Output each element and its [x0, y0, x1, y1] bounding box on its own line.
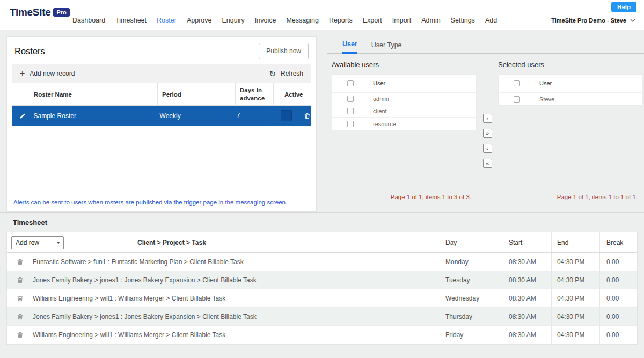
timesheet-row[interactable]: Jones Family Bakery > jones1 : Jones Bak… — [7, 308, 637, 326]
nav-item-dashboard[interactable]: Dashboard — [72, 17, 105, 24]
nav-item-messaging[interactable]: Messaging — [286, 17, 318, 24]
nav-item-add[interactable]: Add — [485, 17, 497, 24]
nav-item-approve[interactable]: Approve — [187, 17, 212, 24]
timesheet-end-cell: 04:30 PM — [551, 289, 599, 307]
tab-user[interactable]: User — [342, 40, 357, 54]
user-row[interactable]: resource — [332, 118, 476, 130]
trash-icon[interactable] — [17, 258, 24, 266]
user-assignment-panel: User User Type Available users User admi… — [327, 36, 644, 212]
timesheet-title: Timesheet — [13, 218, 644, 227]
logo-text: TimeSite — [10, 6, 50, 18]
available-users-block: Available users User adminclientresource… — [332, 54, 477, 212]
column-end: End — [551, 232, 599, 252]
move-all-right-button[interactable]: » — [483, 129, 492, 138]
active-checkbox[interactable] — [281, 110, 292, 121]
trash-icon[interactable] — [17, 313, 24, 320]
select-all-checkbox[interactable] — [514, 80, 520, 86]
roster-name-cell: Sample Roster — [33, 106, 156, 126]
timesheet-row[interactable]: Jones Family Bakery > jones1 : Jones Bak… — [7, 271, 637, 289]
timesheet-delete-cell — [7, 289, 33, 307]
nav-item-export[interactable]: Export — [363, 17, 382, 24]
user-checkbox[interactable] — [347, 121, 354, 127]
user-name: admin — [373, 96, 389, 102]
help-button[interactable]: Help — [611, 2, 636, 12]
move-left-button[interactable]: ‹ — [483, 144, 492, 153]
nav-item-import[interactable]: Import — [392, 17, 411, 24]
select-all-checkbox[interactable] — [347, 80, 354, 86]
user-row[interactable]: Steve — [499, 93, 642, 105]
user-menu-label: TimeSite Pro Demo - Steve — [551, 17, 626, 24]
timesheet-task-cell: Funtastic Software > fun1 : Funtastic Ma… — [33, 253, 440, 271]
nav-item-enquiry[interactable]: Enquiry — [222, 17, 244, 24]
available-users-title: Available users — [332, 61, 477, 69]
user-row[interactable]: client — [332, 105, 476, 118]
nav-item-reports[interactable]: Reports — [329, 17, 353, 24]
trash-icon[interactable] — [17, 276, 24, 284]
timesheet-end-cell: 04:30 PM — [551, 253, 599, 271]
available-users-pagination: Page 1 of 1, items 1 to 3 of 3. — [332, 194, 477, 200]
user-checkbox[interactable] — [347, 96, 354, 102]
refresh-button[interactable]: ↻ Refresh — [269, 70, 303, 78]
refresh-icon: ↻ — [269, 70, 276, 78]
timesheet-delete-cell — [7, 271, 33, 289]
trash-icon[interactable] — [304, 112, 311, 120]
logo-pro-badge: Pro — [53, 8, 69, 17]
column-user: User — [539, 80, 552, 86]
roster-period-cell: Weekly — [156, 106, 232, 126]
add-new-record-button[interactable]: + Add new record — [20, 69, 75, 78]
tab-user-type[interactable]: User Type — [371, 41, 402, 53]
user-checkbox[interactable] — [347, 108, 354, 114]
rosters-body: + Add new record ↻ Refresh Roster Name P… — [7, 64, 316, 211]
timesheet-end-cell: 04:30 PM — [551, 326, 599, 344]
move-all-left-button[interactable]: « — [483, 159, 492, 168]
roster-alert-note: Alerts can be sent to users when rosters… — [12, 196, 311, 211]
logo[interactable]: TimeSite Pro — [10, 6, 70, 18]
available-users-rows: adminclientresource — [332, 93, 476, 130]
timesheet-day-cell: Friday — [440, 326, 503, 344]
rosters-panel: Rosters Publish now + Add new record ↻ R… — [6, 36, 317, 212]
trash-icon[interactable] — [17, 295, 24, 302]
nav-item-timesheet[interactable]: Timesheet — [115, 17, 147, 24]
timesheet-start-cell: 08:30 AM — [503, 308, 551, 325]
timesheet-row[interactable]: Williams Engineering > will1 : Williams … — [7, 326, 637, 344]
available-users-table: User adminclientresource — [332, 74, 477, 130]
chevron-down-icon: ▾ — [57, 240, 60, 245]
transfer-buttons: ›»‹« — [477, 54, 498, 212]
edit-icon[interactable] — [19, 113, 26, 119]
timesheet-table: Add row ▾ Client > Project > Task Day St… — [6, 232, 638, 345]
timesheet-break-cell: 0.00 — [599, 308, 637, 325]
rosters-title: Rosters — [14, 46, 45, 56]
selected-users-pagination: Page 1 of 1, items 1 to 1 of 1. — [498, 194, 643, 200]
roster-table-body: Sample RosterWeekly7 — [12, 106, 311, 126]
timesheet-task-cell: Jones Family Bakery > jones1 : Jones Bak… — [33, 271, 440, 289]
column-start: Start — [503, 232, 551, 252]
nav-item-roster[interactable]: Roster — [157, 17, 177, 24]
nav-item-invoice[interactable]: Invoice — [255, 17, 276, 24]
timesheet-day-cell: Thursday — [440, 308, 503, 325]
trash-icon[interactable] — [17, 331, 24, 339]
publish-now-button[interactable]: Publish now — [259, 43, 309, 59]
spacer — [12, 126, 311, 196]
timesheet-break-cell: 0.00 — [599, 271, 637, 289]
column-roster-name: Roster Name — [33, 83, 157, 105]
selected-users-block: Selected users User Steve Page 1 of 1, i… — [498, 54, 643, 212]
user-row[interactable]: admin — [332, 93, 476, 105]
user-checkbox[interactable] — [514, 96, 520, 103]
timesheet-row[interactable]: Funtastic Software > fun1 : Funtastic Ma… — [7, 253, 637, 271]
timesheet-day-cell: Wednesday — [440, 289, 503, 307]
nav-item-admin[interactable]: Admin — [421, 17, 440, 24]
user-menu[interactable]: TimeSite Pro Demo - Steve — [551, 17, 635, 24]
tab-bar: User User Type — [327, 36, 644, 54]
move-right-button[interactable]: › — [483, 114, 492, 123]
user-name: client — [373, 108, 387, 114]
timesheet-day-cell: Tuesday — [440, 271, 503, 289]
chevron-down-icon — [630, 19, 635, 22]
nav-item-settings[interactable]: Settings — [451, 17, 475, 24]
roster-row[interactable]: Sample RosterWeekly7 — [12, 106, 311, 126]
timesheet-delete-cell — [7, 253, 33, 271]
column-active: Active — [273, 83, 311, 105]
timesheet-row[interactable]: Williams Engineering > will1 : Williams … — [7, 289, 637, 308]
roster-edit-cell — [12, 106, 33, 126]
roster-active-cell — [270, 106, 311, 126]
add-row-select[interactable]: Add row ▾ — [11, 236, 64, 249]
